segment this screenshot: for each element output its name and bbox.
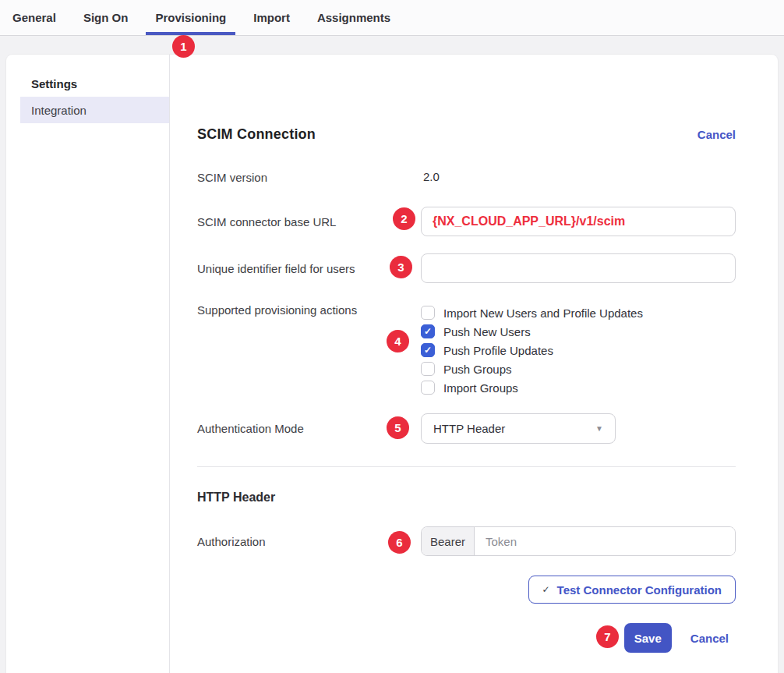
check-icon: ✓ [542, 584, 550, 595]
scim-version-value: 2.0 [421, 170, 440, 183]
tab-assignments[interactable]: Assignments [308, 0, 400, 35]
annotation-badge-5: 5 [387, 416, 409, 439]
annotation-badge-3: 3 [390, 256, 412, 278]
token-input[interactable] [475, 527, 735, 555]
annotation-badge-6: 6 [388, 531, 411, 554]
annotation-badge-4: 4 [387, 330, 409, 352]
base-url-input[interactable] [421, 207, 736, 236]
checkbox-import-groups[interactable]: ✓ Import Groups [421, 378, 736, 397]
checkbox-icon: ✓ [421, 306, 435, 320]
checkbox-icon: ✓ [421, 324, 435, 338]
save-button[interactable]: Save [624, 623, 672, 653]
checkbox-import-new-users[interactable]: ✓ Import New Users and Profile Updates [421, 303, 736, 322]
unique-id-label: Unique identifier field for users [197, 262, 421, 275]
tab-sign-on[interactable]: Sign On [74, 0, 138, 35]
app-tabbar: General Sign On Provisioning Import Assi… [0, 0, 784, 36]
sidebar-item-integration[interactable]: Integration [20, 97, 169, 123]
checkbox-icon: ✓ [421, 343, 435, 357]
checkbox-icon: ✓ [421, 362, 435, 376]
tab-provisioning[interactable]: Provisioning [146, 0, 235, 35]
annotation-badge-7: 7 [596, 625, 619, 648]
test-connector-button[interactable]: ✓ Test Connector Configuration [528, 576, 736, 604]
provisioning-actions-label: Supported provisioning actions [197, 303, 421, 317]
checkbox-label: Import Groups [443, 381, 518, 395]
unique-id-input[interactable] [421, 253, 736, 283]
chevron-down-icon: ▼ [595, 424, 603, 433]
checkbox-label: Push Profile Updates [443, 344, 553, 357]
annotation-badge-2: 2 [393, 207, 415, 230]
base-url-label: SCIM connector base URL [197, 215, 421, 228]
authorization-label: Authorization [197, 535, 421, 548]
checkbox-label: Import New Users and Profile Updates [443, 306, 643, 320]
tab-import[interactable]: Import [244, 0, 299, 35]
tab-general[interactable]: General [3, 0, 65, 35]
auth-mode-select[interactable]: HTTP Header ▼ [421, 413, 616, 444]
test-connector-label: Test Connector Configuration [557, 583, 722, 597]
scim-version-label: SCIM version [197, 171, 421, 184]
sidebar-item-label: Integration [31, 104, 87, 117]
check-icon: ✓ [424, 345, 432, 355]
checkbox-push-groups[interactable]: ✓ Push Groups [421, 360, 736, 378]
form-title: SCIM Connection [197, 126, 316, 143]
cancel-link-bottom[interactable]: Cancel [690, 632, 729, 645]
bearer-prefix: Bearer [422, 527, 475, 555]
section-divider [197, 466, 736, 467]
checkbox-push-new-users[interactable]: ✓ Push New Users [421, 322, 736, 341]
provisioning-actions-list: ✓ Import New Users and Profile Updates ✓… [421, 303, 736, 397]
checkbox-label: Push Groups [443, 363, 512, 376]
http-header-section-title: HTTP Header [197, 491, 736, 508]
sidebar-heading: Settings [31, 76, 169, 92]
settings-sidebar: Settings Integration [6, 55, 170, 673]
provisioning-card: Settings Integration SCIM Connection Can… [6, 55, 778, 673]
checkbox-push-profile-updates[interactable]: ✓ Push Profile Updates [421, 341, 736, 360]
checkbox-icon: ✓ [421, 381, 435, 395]
auth-mode-selected-value: HTTP Header [433, 422, 505, 435]
scim-connection-form: SCIM Connection Cancel SCIM version 2.0 … [170, 55, 778, 673]
cancel-link-top[interactable]: Cancel [697, 128, 736, 141]
check-icon: ✓ [424, 327, 432, 336]
checkbox-label: Push New Users [443, 325, 531, 338]
authorization-input-group: Bearer [421, 526, 736, 556]
annotation-badge-1: 1 [172, 35, 195, 58]
